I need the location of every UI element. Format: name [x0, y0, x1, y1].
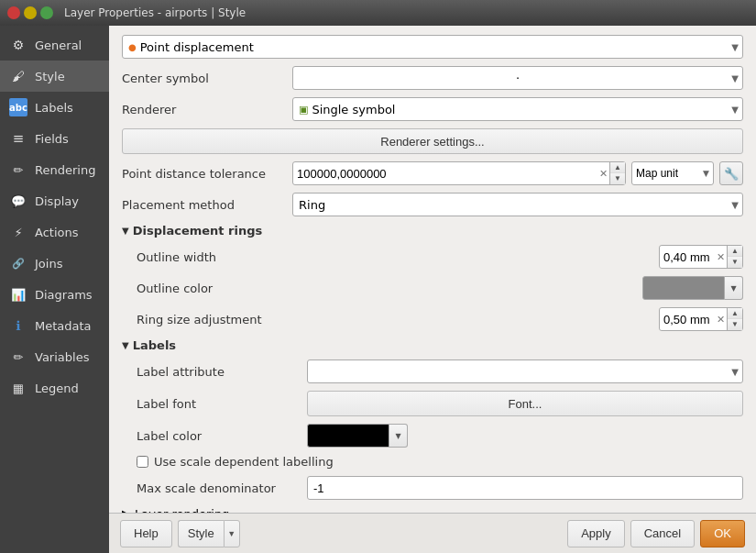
- outline-width-label: Outline width: [137, 250, 301, 264]
- distance-unit-combo[interactable]: Map unit Pixels mm ▼: [631, 161, 714, 185]
- max-scale-row: Max scale denominator -1: [137, 476, 743, 500]
- maximize-button[interactable]: [40, 6, 53, 19]
- renderer-combo[interactable]: ▣ Single symbol ▼: [292, 97, 743, 121]
- sidebar-label-fields: Fields: [35, 132, 69, 146]
- placement-combo[interactable]: Ring ▼: [292, 193, 743, 216]
- cancel-button[interactable]: Cancel: [630, 520, 695, 547]
- sidebar-item-display[interactable]: 💬 Display: [0, 185, 109, 216]
- point-distance-label: Point distance tolerance: [122, 167, 287, 181]
- outline-color-row: Outline color ▼: [137, 276, 743, 300]
- sidebar-item-diagrams[interactable]: 📊 Diagrams: [0, 279, 109, 310]
- sidebar-item-style[interactable]: 🖌 Style: [0, 61, 109, 92]
- label-color-button[interactable]: ▼: [307, 424, 408, 448]
- chevron-down-icon: ▼: [731, 367, 739, 377]
- legend-icon: ▦: [9, 379, 27, 397]
- joins-icon: 🔗: [9, 254, 27, 272]
- center-symbol-value: ·: [299, 72, 737, 85]
- renderer-row: Renderer ▣ Single symbol ▼: [122, 97, 743, 121]
- variables-icon: ✏: [9, 348, 27, 366]
- outline-color-dropdown[interactable]: ▼: [725, 276, 743, 300]
- distance-up-button[interactable]: ▲: [610, 162, 625, 173]
- ring-size-down-button[interactable]: ▼: [728, 319, 742, 330]
- displacement-type-combo[interactable]: ● Point displacement ▼: [122, 35, 743, 59]
- placement-label: Placement method: [122, 198, 287, 212]
- renderer-settings-button[interactable]: Renderer settings...: [122, 128, 743, 154]
- diagrams-icon: 📊: [9, 285, 27, 304]
- apply-button[interactable]: Apply: [567, 520, 625, 547]
- outline-color-button[interactable]: ▼: [642, 276, 743, 300]
- outline-color-swatch[interactable]: [642, 276, 725, 300]
- labels-section-header[interactable]: ▼ Labels: [122, 338, 743, 352]
- clear-ring-size-button[interactable]: ✕: [715, 314, 727, 326]
- outline-width-input[interactable]: ✕ ▲ ▼: [659, 245, 743, 269]
- ok-button[interactable]: OK: [700, 520, 745, 547]
- label-font-label: Label font: [137, 397, 301, 411]
- style-dropdown-button[interactable]: ▼: [224, 520, 240, 547]
- sidebar-item-actions[interactable]: ⚡ Actions: [0, 216, 109, 248]
- actions-icon: ⚡: [9, 223, 27, 241]
- close-button[interactable]: [7, 6, 20, 19]
- label-color-label: Label color: [137, 429, 301, 443]
- minimize-button[interactable]: [24, 6, 37, 19]
- help-button[interactable]: Help: [120, 520, 172, 547]
- chevron-down-icon: ▼: [731, 200, 739, 210]
- distance-unit-select[interactable]: Map unit Pixels mm: [636, 167, 703, 180]
- sidebar: ⚙ General 🖌 Style abc Labels ≡ Fields ✏ …: [0, 26, 109, 553]
- sidebar-item-labels[interactable]: abc Labels: [0, 92, 109, 123]
- outline-width-field[interactable]: [660, 250, 715, 264]
- max-scale-input[interactable]: -1: [307, 476, 743, 500]
- max-scale-label: Max scale denominator: [137, 481, 301, 495]
- sidebar-label-diagrams: Diagrams: [35, 288, 93, 302]
- placement-value: Ring: [299, 198, 325, 212]
- label-attribute-combo[interactable]: ▼: [307, 359, 743, 383]
- scale-labelling-row: Use scale dependent labelling: [137, 455, 743, 469]
- expand-arrow-icon: ▼: [122, 226, 129, 236]
- label-font-button[interactable]: Font...: [307, 391, 743, 416]
- point-distance-input[interactable]: 100000,0000000 ✕ ▲ ▼: [292, 161, 626, 185]
- wrench-button[interactable]: 🔧: [719, 161, 743, 185]
- ring-size-up-button[interactable]: ▲: [728, 308, 742, 319]
- metadata-icon: ℹ: [9, 316, 27, 335]
- outline-width-down-button[interactable]: ▼: [728, 257, 742, 268]
- displacement-rings-header[interactable]: ▼ Displacement rings: [122, 224, 743, 238]
- point-distance-field[interactable]: 100000,0000000: [293, 167, 597, 181]
- scale-labelling-label[interactable]: Use scale dependent labelling: [154, 455, 334, 469]
- label-color-dropdown[interactable]: ▼: [389, 424, 408, 448]
- sidebar-label-labels: Labels: [35, 101, 73, 115]
- labels-section-title: Labels: [133, 338, 176, 352]
- sidebar-label-rendering: Rendering: [35, 163, 95, 177]
- sidebar-label-variables: Variables: [35, 350, 89, 364]
- ring-size-spin-arrows: ▲ ▼: [727, 308, 742, 330]
- clear-distance-button[interactable]: ✕: [597, 168, 609, 180]
- label-attribute-label: Label attribute: [137, 365, 301, 379]
- clear-outline-width-button[interactable]: ✕: [715, 251, 727, 263]
- point-distance-row: Point distance tolerance 100000,0000000 …: [122, 161, 743, 185]
- outline-width-row: Outline width ✕ ▲ ▼: [137, 245, 743, 269]
- sidebar-item-fields[interactable]: ≡ Fields: [0, 123, 109, 154]
- label-color-swatch[interactable]: [307, 424, 389, 448]
- center-symbol-combo[interactable]: · ▼: [292, 66, 743, 90]
- scale-labelling-checkbox[interactable]: [137, 456, 148, 468]
- ring-size-field[interactable]: [660, 313, 715, 326]
- labels-expand-arrow-icon: ▼: [122, 340, 129, 350]
- displacement-icon: ●: [128, 42, 137, 52]
- content-scroll: ● Point displacement ▼ Center symbol · ▼…: [109, 26, 756, 513]
- ring-size-input[interactable]: ✕ ▲ ▼: [659, 307, 743, 331]
- main-content: ⚙ General 🖌 Style abc Labels ≡ Fields ✏ …: [0, 26, 756, 553]
- sidebar-label-display: Display: [35, 194, 79, 208]
- sidebar-item-legend[interactable]: ▦ Legend: [0, 372, 109, 404]
- outline-width-spin-arrows: ▲ ▼: [727, 246, 742, 268]
- sidebar-item-general[interactable]: ⚙ General: [0, 29, 109, 61]
- distance-down-button[interactable]: ▼: [610, 173, 625, 184]
- sidebar-item-rendering[interactable]: ✏ Rendering: [0, 154, 109, 185]
- sidebar-label-joins: Joins: [35, 257, 62, 271]
- style-button[interactable]: Style: [178, 520, 224, 547]
- outline-width-up-button[interactable]: ▲: [728, 246, 742, 257]
- sidebar-item-variables[interactable]: ✏ Variables: [0, 341, 109, 372]
- sidebar-item-metadata[interactable]: ℹ Metadata: [0, 310, 109, 341]
- style-button-group: Style ▼: [178, 520, 240, 547]
- ring-size-label: Ring size adjustment: [137, 313, 301, 326]
- label-font-row: Label font Font...: [137, 391, 743, 416]
- sidebar-item-joins[interactable]: 🔗 Joins: [0, 248, 109, 279]
- fields-icon: ≡: [9, 129, 27, 148]
